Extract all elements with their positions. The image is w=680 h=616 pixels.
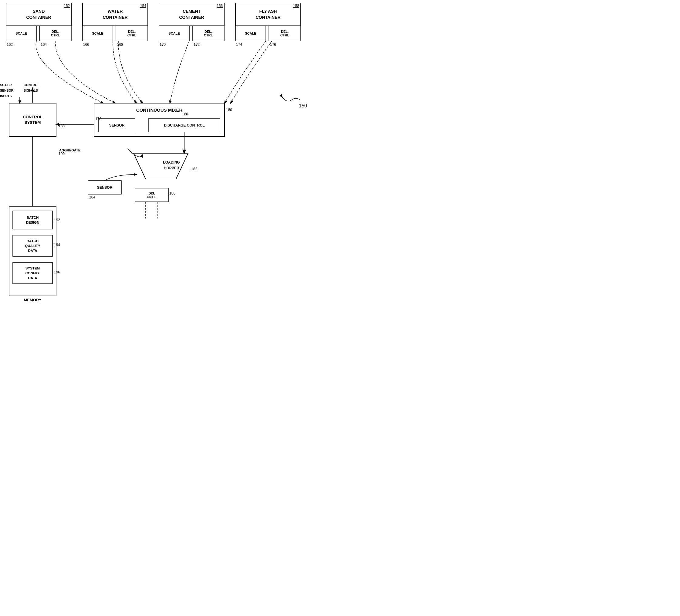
memory-label: MEMORY: [24, 298, 41, 302]
ref-150: 150: [299, 103, 307, 109]
sand-scale-box: SCALE: [6, 26, 36, 41]
sand-container-box: SANDCONTAINER 152: [6, 3, 71, 26]
control-signals-label: CONTROLSIGNALS: [24, 83, 39, 92]
loading-hopper-area: LOADINGHOPPER: [152, 159, 191, 171]
loading-hopper-label: LOADINGHOPPER: [163, 160, 180, 170]
system-config-ref: 196: [54, 270, 60, 274]
sand-del-label: DEL.CTRL: [51, 30, 60, 37]
cement-container-label: CEMENTCONTAINER: [179, 8, 204, 20]
mixer-sensor-box: SENSOR: [98, 118, 135, 132]
sand-del-ctrl-box: DEL.CTRL: [39, 26, 71, 41]
control-ref-188: 188: [59, 124, 65, 128]
discharge-control-box: DISCHARGE CONTROL: [149, 118, 220, 132]
scale-sensor-area: SCALE/SENSORINPUTS: [0, 82, 21, 98]
flyash-scale-ref: 174: [236, 43, 242, 47]
mixer-label: CONTINUOUS MIXER: [136, 107, 183, 113]
loading-hopper-ref: 182: [191, 167, 197, 171]
water-scale-label: SCALE: [92, 32, 103, 35]
control-system-label: CONTROLSYSTEM: [23, 114, 42, 125]
control-signals-area: CONTROLSIGNALS: [24, 82, 48, 93]
flyash-scale-box: SCALE: [235, 26, 266, 41]
batch-quality-label: BATCHQUALITYDATA: [25, 239, 40, 253]
control-system-box: CONTROLSYSTEM: [9, 103, 56, 137]
cement-del-ref: 172: [194, 43, 200, 47]
sand-del-ref: 164: [41, 43, 47, 47]
sand-container-label: SANDCONTAINER: [26, 8, 51, 20]
mixer-right-ref: 180: [226, 108, 232, 112]
sensor-ref: 178: [95, 117, 101, 121]
hopper-sensor-label: SENSOR: [97, 186, 113, 190]
water-container-box: WATERCONTAINER 154: [83, 3, 148, 26]
cement-ref-num: 156: [217, 4, 223, 8]
mixer-sensor-label: SENSOR: [109, 123, 125, 128]
mixer-ref-num: 160: [182, 112, 188, 116]
system-config-box: SYSTEMCONFIG.DATA: [13, 262, 53, 284]
cement-scale-ref: 170: [160, 43, 166, 47]
water-del-label: DEL.CTRL: [128, 30, 136, 37]
water-scale-box: SCALE: [83, 26, 113, 41]
sand-scale-ref: 162: [7, 43, 13, 47]
dis-cntl-label: DIS.CNTL.: [147, 192, 157, 199]
hopper-sensor-box: SENSOR: [88, 180, 121, 194]
dis-cntl-ref: 186: [169, 191, 175, 195]
dis-cntl-box: DIS.CNTL.: [135, 188, 168, 202]
batch-quality-ref: 194: [54, 243, 60, 247]
flyash-container-box: FLY ASHCONTAINER 158: [235, 3, 301, 26]
water-container-label: WATERCONTAINER: [103, 8, 128, 20]
sand-ref-num: 152: [64, 4, 70, 8]
flyash-del-ref: 176: [270, 43, 276, 47]
flyash-del-label: DEL.CTRL: [280, 30, 289, 37]
batch-design-ref: 192: [54, 218, 60, 222]
aggregate-ref: 190: [59, 152, 65, 156]
flyash-del-ctrl-box: DEL.CTRL: [269, 26, 301, 41]
water-del-ctrl-box: DEL.CTRL: [116, 26, 148, 41]
water-del-ref: 168: [117, 43, 123, 47]
flyash-container-label: FLY ASHCONTAINER: [255, 8, 280, 20]
sand-scale-label: SCALE: [16, 32, 27, 35]
cement-scale-label: SCALE: [168, 32, 180, 35]
cement-scale-box: SCALE: [159, 26, 189, 41]
batch-quality-box: BATCHQUALITYDATA: [13, 235, 53, 256]
water-ref-num: 154: [140, 4, 146, 8]
cement-del-ctrl-box: DEL.CTRL: [192, 26, 224, 41]
cement-container-box: CEMENTCONTAINER 156: [159, 3, 224, 26]
water-scale-ref: 166: [83, 43, 89, 47]
mixer-title-area: CONTINUOUS MIXER 160: [94, 103, 225, 117]
flyash-scale-label: SCALE: [245, 32, 256, 35]
batch-design-label: BATCHDESIGN: [26, 215, 39, 225]
discharge-label: DISCHARGE CONTROL: [164, 123, 205, 128]
flyash-ref-num: 158: [293, 4, 299, 8]
scale-sensor-inputs-label: SCALE/SENSORINPUTS: [0, 83, 13, 98]
batch-design-box: BATCHDESIGN: [13, 211, 53, 229]
hopper-sensor-ref: 184: [89, 195, 95, 199]
cement-del-label: DEL.CTRL: [204, 30, 213, 37]
system-config-label: SYSTEMCONFIG.DATA: [26, 266, 40, 280]
